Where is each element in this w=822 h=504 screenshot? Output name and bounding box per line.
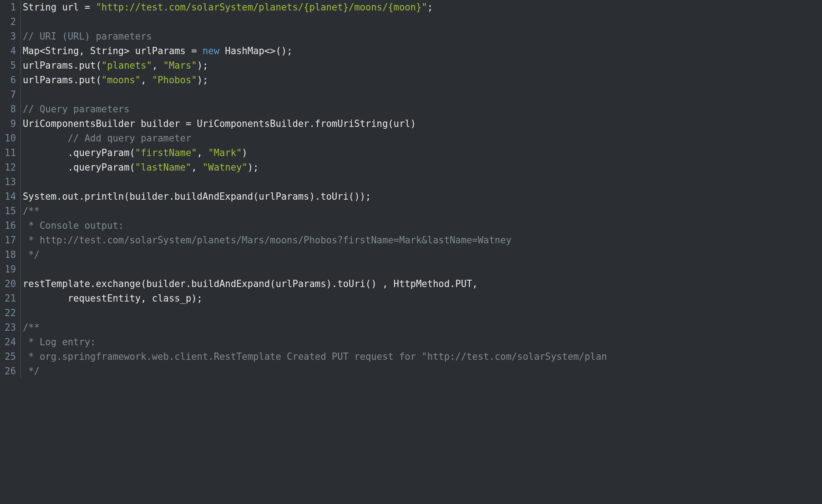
code-line[interactable]: Map<String, String> urlParams = new Hash… bbox=[23, 44, 822, 58]
code-token: "lastName" bbox=[135, 162, 191, 173]
line-number: 17 bbox=[0, 233, 17, 247]
line-number: 12 bbox=[0, 160, 17, 175]
line-number: 24 bbox=[0, 335, 17, 349]
code-line[interactable]: .queryParam("firstName", "Mark") bbox=[23, 146, 822, 160]
code-token: ); bbox=[197, 60, 208, 71]
code-line[interactable] bbox=[23, 175, 822, 189]
line-number: 2 bbox=[0, 15, 17, 29]
line-number: 15 bbox=[0, 204, 17, 218]
line-number: 8 bbox=[0, 102, 17, 116]
code-line[interactable]: * Log entry: bbox=[23, 335, 822, 349]
code-line[interactable]: System.out.println(builder.buildAndExpan… bbox=[23, 189, 822, 204]
code-token: "Phobos" bbox=[152, 75, 197, 86]
code-line[interactable]: // Add query parameter bbox=[23, 131, 822, 146]
code-token: "Mars" bbox=[163, 60, 197, 71]
code-line[interactable]: // Query parameters bbox=[23, 102, 822, 116]
line-number: 7 bbox=[0, 87, 17, 102]
code-token: .queryParam( bbox=[23, 162, 135, 173]
code-line[interactable]: * org.springframework.web.client.RestTem… bbox=[23, 349, 822, 364]
line-number: 20 bbox=[0, 277, 17, 291]
line-number: 22 bbox=[0, 306, 17, 320]
code-editor[interactable]: 1234567891011121314151617181920212223242… bbox=[0, 0, 822, 378]
code-token: urlParams.put( bbox=[23, 60, 101, 71]
line-number: 25 bbox=[0, 349, 17, 364]
code-token: */ bbox=[23, 366, 40, 377]
code-token: ) bbox=[242, 147, 247, 158]
code-token: // URI (URL) parameters bbox=[23, 31, 152, 42]
line-number: 9 bbox=[0, 116, 17, 131]
line-number: 5 bbox=[0, 58, 17, 73]
code-token: */ bbox=[23, 249, 40, 260]
code-area[interactable]: String url = "http://test.com/solarSyste… bbox=[21, 0, 822, 378]
code-line[interactable]: restTemplate.exchange(builder.buildAndEx… bbox=[23, 277, 822, 291]
line-number: 18 bbox=[0, 247, 17, 262]
code-token: urlParams.put( bbox=[23, 75, 101, 86]
line-number: 4 bbox=[0, 44, 17, 58]
code-token: .queryParam( bbox=[23, 147, 135, 158]
code-line[interactable]: urlParams.put("moons", "Phobos"); bbox=[23, 73, 822, 87]
code-token: ); bbox=[197, 75, 208, 86]
line-number: 13 bbox=[0, 175, 17, 189]
code-line[interactable] bbox=[23, 87, 822, 102]
code-line[interactable] bbox=[23, 306, 822, 320]
code-token: System.out.println(builder.buildAndExpan… bbox=[23, 191, 371, 202]
code-token bbox=[23, 133, 68, 144]
line-number: 19 bbox=[0, 262, 17, 277]
line-number: 26 bbox=[0, 364, 17, 378]
code-token: Map<String, String> urlParams = bbox=[23, 45, 203, 56]
code-token: * Console output: bbox=[23, 220, 124, 231]
code-token: // Add query parameter bbox=[68, 133, 192, 144]
line-number: 14 bbox=[0, 189, 17, 204]
code-line[interactable]: * Console output: bbox=[23, 218, 822, 233]
code-line[interactable]: .queryParam("lastName", "Watney"); bbox=[23, 160, 822, 175]
line-number: 3 bbox=[0, 29, 17, 44]
code-line[interactable]: */ bbox=[23, 247, 822, 262]
code-line[interactable]: /** bbox=[23, 204, 822, 218]
code-line[interactable] bbox=[23, 262, 822, 277]
line-number: 1 bbox=[0, 0, 17, 15]
code-line[interactable]: requestEntity, class_p); bbox=[23, 291, 822, 306]
code-line[interactable]: String url = "http://test.com/solarSyste… bbox=[23, 0, 822, 15]
line-number-gutter: 1234567891011121314151617181920212223242… bbox=[0, 0, 21, 378]
code-token: "http://test.com/solarSystem/planets/{pl… bbox=[96, 2, 427, 13]
code-token: "Watney" bbox=[203, 162, 248, 173]
code-token: * Log entry: bbox=[23, 337, 96, 348]
code-token: UriComponentsBuilder builder = UriCompon… bbox=[23, 118, 416, 129]
code-token: /** bbox=[23, 206, 40, 217]
line-number: 23 bbox=[0, 320, 17, 335]
line-number: 16 bbox=[0, 218, 17, 233]
code-line[interactable]: UriComponentsBuilder builder = UriCompon… bbox=[23, 116, 822, 131]
line-number: 11 bbox=[0, 146, 17, 160]
code-token: * http://test.com/solarSystem/planets/Ma… bbox=[23, 235, 512, 246]
code-token: ); bbox=[248, 162, 259, 173]
code-token: requestEntity, class_p); bbox=[23, 293, 203, 304]
code-token: , bbox=[197, 147, 208, 158]
code-token: String url = bbox=[23, 2, 96, 13]
code-token: , bbox=[141, 75, 152, 86]
code-token: "planets" bbox=[101, 60, 152, 71]
code-line[interactable] bbox=[23, 15, 822, 29]
code-token: // Query parameters bbox=[23, 104, 130, 115]
code-token: /** bbox=[23, 322, 40, 333]
code-line[interactable]: * http://test.com/solarSystem/planets/Ma… bbox=[23, 233, 822, 247]
code-line[interactable]: urlParams.put("planets", "Mars"); bbox=[23, 58, 822, 73]
code-token: "firstName" bbox=[135, 147, 197, 158]
code-line[interactable]: // URI (URL) parameters bbox=[23, 29, 822, 44]
code-token: ; bbox=[427, 2, 433, 13]
code-token: "moons" bbox=[101, 75, 141, 86]
code-line[interactable]: */ bbox=[23, 364, 822, 378]
code-token: , bbox=[191, 162, 203, 173]
code-line[interactable]: /** bbox=[23, 320, 822, 335]
line-number: 6 bbox=[0, 73, 17, 87]
code-token: restTemplate.exchange(builder.buildAndEx… bbox=[23, 278, 478, 289]
code-token: * org.springframework.web.client.RestTem… bbox=[23, 351, 607, 362]
code-token: , bbox=[152, 60, 163, 71]
code-token: new bbox=[203, 45, 219, 56]
code-token: HashMap<>(); bbox=[219, 45, 292, 56]
line-number: 21 bbox=[0, 291, 17, 306]
code-token: "Mark" bbox=[208, 147, 242, 158]
line-number: 10 bbox=[0, 131, 17, 146]
